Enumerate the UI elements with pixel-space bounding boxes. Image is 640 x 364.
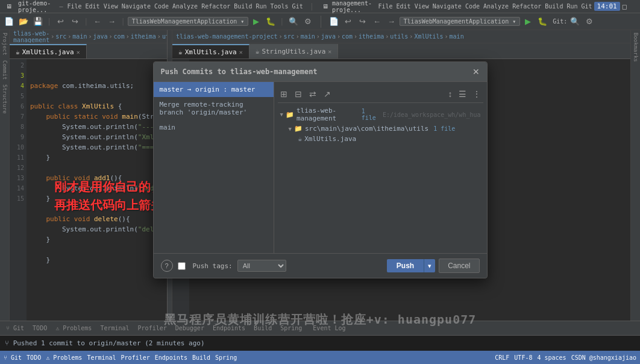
more-btn[interactable]: ⋮ [470,88,483,100]
menu-build-r[interactable]: Build [543,3,565,10]
tab-xmlutils-left[interactable]: ☕ XmlUtils.java ✕ [10,44,87,58]
search-btn-left[interactable]: 🔍 [287,15,300,28]
toolbar-new-r[interactable]: 📄 [327,15,340,28]
menu-tools[interactable]: Tools [269,3,290,10]
menu-navigate[interactable]: Navigate [120,3,152,10]
line-numbers-left: 2 3 4 5 6 7 8 9 10 11 12 1 [10,59,27,321]
toolbar-forward-r[interactable]: → [385,15,398,28]
push-tags-select[interactable]: All Nothing Annotated [237,260,286,272]
push-button[interactable]: Push [387,259,424,272]
bottom-tab-build[interactable]: Build [250,324,275,333]
toolbar-back[interactable]: ← [90,15,104,28]
jump-to-source-btn[interactable]: ↗ [321,88,333,100]
commit-item-0[interactable]: master → origin : master [154,82,274,97]
settings-btn-right[interactable]: ⚙ [583,15,596,28]
sort-btn[interactable]: ↕ [446,88,455,100]
editor-tabs-right: ☕ XmlUtils.java ✕ ☕ StringUtils.java ✕ [172,43,630,59]
collapse-all-btn[interactable]: ⊟ [292,88,304,100]
status-right: CRLF UTF-8 4 spaces CSDN @shangxiajiao [495,354,636,361]
commit-item-1[interactable]: Merge remote-tracking branch 'origin/mas… [154,97,274,120]
sidebar-project[interactable]: Project [2,33,8,55]
toolbar-back-r[interactable]: ← [371,15,384,28]
project-dropdown-right[interactable]: TliasWebManagementApplication ▾ [400,17,521,26]
run-btn-left[interactable]: ▶ [249,15,263,28]
toolbar-undo-r[interactable]: ↩ [342,15,355,28]
status-profiler[interactable]: Profiler [121,354,150,361]
diff-btn[interactable]: ⇄ [307,88,319,100]
filter-btn[interactable]: ☰ [456,88,469,100]
toolbar-forward[interactable]: → [105,15,118,28]
tab-close-stringutils-right[interactable]: ✕ [328,48,331,55]
menu-refactor[interactable]: Refactor [199,3,232,10]
bottom-tab-terminal[interactable]: Terminal [96,324,133,333]
status-endpoints[interactable]: Endpoints [155,354,187,361]
tab-close-xmlutils-right[interactable]: ✕ [239,49,243,55]
dialog-footer: ? Push tags: All Nothing Annotated Push … [154,253,487,278]
menu-refactor-r[interactable]: Refactor [510,3,543,10]
menu-file-r[interactable]: File [376,3,394,10]
status-encoding[interactable]: UTF-8 [514,354,532,361]
dialog-close-button[interactable]: ✕ [472,67,480,77]
menu-git-r[interactable]: Git [579,3,594,10]
push-tags-label: Push tags: [193,262,233,270]
toolbar-redo[interactable]: ↪ [68,15,81,28]
menu-view[interactable]: View [102,3,120,10]
menu-edit-r[interactable]: Edit [395,3,413,10]
help-button[interactable]: ? [161,260,173,272]
status-git[interactable]: ⑂ Git [4,354,22,361]
status-spaces[interactable]: 4 spaces [537,354,566,361]
tab-stringutils-right[interactable]: ☕ StringUtils.java ✕ [249,44,339,58]
menu-navigate-r[interactable]: Navigate [431,3,463,10]
menu-analyze-r[interactable]: Analyze [482,3,510,10]
bottom-tab-profiler[interactable]: Profiler [134,324,171,333]
bottom-tab-todo[interactable]: TODO [29,324,51,333]
status-spring[interactable]: Spring [215,354,237,361]
bottom-tab-endpoints[interactable]: Endpoints [209,324,249,333]
status-todo[interactable]: TODO [27,354,41,361]
sidebar-commit[interactable]: Commit [2,60,8,80]
commit-item-2[interactable]: main [154,120,274,135]
menu-code-r[interactable]: Code [463,3,482,10]
toolbar: 📄 📂 💾 | ↩ ↪ | ← → | TliasWebManagementAp… [0,13,640,30]
bottom-tab-eventlog[interactable]: Event Log [309,324,349,333]
menu-code[interactable]: Code [152,3,171,10]
toolbar-undo[interactable]: ↩ [54,15,67,28]
menu-analyze[interactable]: Analyze [171,3,199,10]
settings-btn-left[interactable]: ⚙ [301,15,315,28]
bottom-tab-problems[interactable]: ⚠ Problems [52,324,95,333]
expand-all-btn[interactable]: ⊞ [278,88,290,100]
bottom-tab-git[interactable]: ⑂ Git [2,324,28,333]
menu-file[interactable]: File [65,3,83,10]
project-dropdown-left[interactable]: TliasWebManagementApplication ▾ [128,17,249,26]
menu-run[interactable]: Run [254,3,268,10]
status-crlf[interactable]: CRLF [495,354,509,361]
menu-view-r[interactable]: View [413,3,431,10]
menu-edit[interactable]: Edit [84,3,102,10]
status-build[interactable]: Build [192,354,210,361]
sidebar-structure[interactable]: Structure [2,84,8,114]
push-commits-dialog: Push Commits to tlias-web-management ✕ m… [153,61,488,278]
toolbar-open[interactable]: 📂 [17,15,30,28]
run-btn-right[interactable]: ▶ [521,15,535,28]
bottom-tab-spring[interactable]: Spring [277,324,306,333]
toolbar-new[interactable]: 📄 [2,15,16,28]
cancel-button[interactable]: Cancel [439,259,479,273]
toolbar-save[interactable]: 💾 [31,15,45,28]
toolbar-redo-r[interactable]: ↪ [356,15,369,28]
tab-close-left[interactable]: ✕ [77,49,80,55]
menu-run-r[interactable]: Run [565,3,579,10]
search-btn-right[interactable]: 🔍 [568,15,582,28]
tab-xmlutils-right[interactable]: ☕ XmlUtils.java ✕ [172,44,249,58]
bottom-tab-debugger[interactable]: Debugger [172,324,208,333]
sidebar-bookmarks-right[interactable]: Bookmarks [633,33,639,62]
debug-btn-right[interactable]: 🐛 [536,15,549,28]
push-tags-checkbox[interactable] [178,262,186,270]
status-terminal[interactable]: Terminal [87,354,116,361]
tree-file1[interactable]: ☕ XmlUtils.java [278,134,483,144]
status-problems[interactable]: ⚠ Problems [46,354,82,361]
menu-git[interactable]: Git [290,3,305,10]
push-dropdown-arrow[interactable]: ▾ [424,259,435,272]
debug-btn-left[interactable]: 🐛 [264,15,277,28]
menu-build[interactable]: Build [232,3,254,10]
left-editor-pane: tlias-web-management › src › main › java… [10,30,168,321]
